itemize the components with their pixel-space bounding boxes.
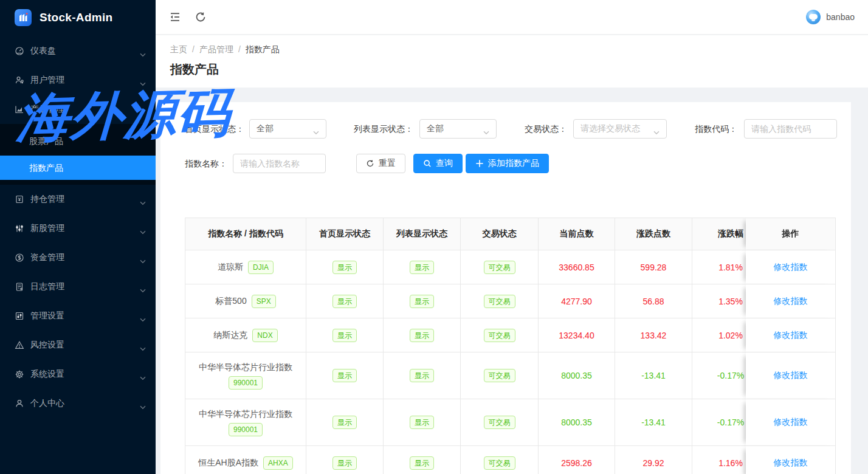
reload-icon[interactable] [195, 11, 207, 23]
column-header: 涨跌点数 [615, 218, 692, 250]
change-points: -13.41 [615, 352, 692, 399]
sidebar-item-position-management[interactable]: 持仓管理 [0, 185, 156, 214]
home-display-label: 首页显示状态： [185, 119, 244, 139]
sidebar-item-ipo-management[interactable]: 新股管理 [0, 214, 156, 243]
breadcrumb-product-management[interactable]: 产品管理 [199, 44, 233, 54]
sidebar-item-label: 资金管理 [30, 252, 140, 263]
home-display-tag-cell: 显示 [306, 352, 384, 399]
search-icon [423, 159, 432, 168]
index-code-tag: DJIA [248, 261, 274, 274]
trade-status-tag-cell: 可交易 [461, 250, 539, 284]
control-icon [15, 311, 24, 321]
trade-status-select[interactable]: 请选择交易状态 [573, 119, 667, 139]
sidebar-item-funds-management[interactable]: 资金管理 [0, 243, 156, 272]
breadcrumb-home[interactable]: 主页 [170, 44, 187, 54]
home-display-tag: 显示 [332, 369, 357, 382]
sidebar-item-label: 日志管理 [30, 281, 140, 292]
sidebar-subitem-stock-products[interactable]: 股票产品 [0, 129, 156, 153]
index-name-cell: 中华半导体芯片行业指数990001 [185, 352, 306, 399]
list-display-tag: 显示 [410, 329, 434, 342]
trade-status-tag-cell: 可交易 [461, 284, 539, 318]
current-points: 8000.35 [539, 399, 615, 446]
menu-fold-icon[interactable] [169, 11, 181, 23]
table-header-row: 指数名称 / 指数代码首页显示状态列表显示状态交易状态当前点数涨跌点数涨跌幅操作 [185, 218, 836, 250]
sidebar-item-product-management[interactable]: 产品管理 [0, 95, 156, 124]
sidebar-item-dashboard[interactable]: 仪表盘 [0, 36, 156, 66]
current-points: 33660.85 [539, 250, 615, 284]
action-cell: 修改指数 [746, 352, 836, 399]
trade-status-tag: 可交易 [484, 416, 515, 429]
table-body: 道琼斯DJIA显示显示可交易33660.85599.281.81%修改指数标普5… [185, 250, 836, 474]
action-cell: 修改指数 [746, 284, 836, 318]
index-name-cell: 道琼斯DJIA [185, 250, 306, 284]
user-menu[interactable]: banbao [806, 10, 855, 24]
content-card: 首页显示状态： 全部 列表显示状态： 全部 交易状态： 请选择交易状态 指数代码… [160, 102, 851, 474]
edit-index-link[interactable]: 修改指数 [774, 296, 808, 306]
action-cell: 修改指数 [746, 446, 836, 474]
index-name-label: 指数名称： [185, 154, 227, 173]
index-name: 纳斯达克 [213, 330, 247, 341]
action-cell: 修改指数 [746, 250, 836, 284]
index-name: 道琼斯 [218, 262, 243, 273]
index-name-cell: 中华半导体芯片行业指数990001 [185, 399, 306, 446]
chevron-down-icon [140, 197, 146, 202]
trade-status-tag: 可交易 [484, 456, 515, 470]
trade-status-tag-cell: 可交易 [461, 318, 539, 352]
index-name-cell: 纳斯达克NDX [185, 318, 306, 352]
dashboard-icon [15, 46, 24, 56]
trade-status-tag-cell: 可交易 [461, 446, 539, 474]
index-name-field[interactable] [233, 154, 326, 173]
change-points: 56.88 [615, 284, 692, 318]
position-icon [15, 194, 24, 204]
edit-index-link[interactable]: 修改指数 [774, 262, 808, 272]
sliders-icon [15, 224, 24, 233]
home-display-tag-cell: 显示 [306, 446, 384, 474]
chevron-down-icon [653, 127, 660, 131]
reset-button[interactable]: 重置 [356, 154, 405, 173]
chevron-down-icon [140, 314, 146, 318]
sidebar-item-admin-settings[interactable]: 管理设置 [0, 301, 156, 331]
sidebar-item-user-management[interactable]: 用户管理 [0, 66, 156, 95]
change-points: 133.42 [615, 318, 692, 352]
home-display-tag: 显示 [332, 295, 357, 308]
edit-index-link[interactable]: 修改指数 [774, 458, 808, 467]
list-display-select[interactable]: 全部 [419, 119, 497, 139]
sidebar-item-label: 系统设置 [30, 369, 140, 380]
sidebar-item-log-management[interactable]: 日志管理 [0, 272, 156, 301]
change-points: -13.41 [615, 399, 692, 446]
app-logo[interactable]: Stock-Admin [0, 0, 156, 35]
edit-index-link[interactable]: 修改指数 [774, 417, 808, 427]
sidebar-item-personal-center[interactable]: 个人中心 [0, 389, 156, 418]
reload-icon [366, 159, 374, 168]
sidebar-item-risk-settings[interactable]: 风控设置 [0, 331, 156, 360]
trade-status-tag: 可交易 [484, 295, 515, 308]
sidebar-item-label: 持仓管理 [30, 194, 140, 205]
column-header: 列表显示状态 [384, 218, 461, 250]
chevron-down-icon [140, 78, 146, 83]
list-display-tag: 显示 [410, 416, 434, 429]
index-code-tag: 990001 [229, 376, 263, 390]
chevron-down-icon [140, 227, 146, 231]
list-display-tag-cell: 显示 [384, 352, 461, 399]
topbar: banbao [156, 0, 868, 35]
action-cell: 修改指数 [746, 318, 836, 352]
trade-status-tag-cell: 可交易 [461, 399, 539, 446]
sidebar-subitem-index-products[interactable]: 指数产品 [0, 156, 156, 180]
trade-status-label: 交易状态： [525, 119, 567, 139]
sidebar-item-system-settings[interactable]: 系统设置 [0, 360, 156, 389]
sidebar-item-label: 新股管理 [30, 223, 140, 234]
home-display-tag: 显示 [332, 329, 357, 342]
index-code-tag: AHXA [263, 456, 293, 470]
chevron-down-icon [483, 127, 489, 131]
current-points: 4277.90 [539, 284, 615, 318]
sidebar-item-label: 个人中心 [30, 398, 140, 409]
edit-index-link[interactable]: 修改指数 [774, 370, 808, 380]
index-code-tag: NDX [252, 329, 277, 342]
search-button[interactable]: 查询 [413, 154, 463, 173]
edit-index-link[interactable]: 修改指数 [774, 330, 808, 340]
current-points: 2598.26 [539, 446, 615, 474]
home-display-tag: 显示 [332, 456, 357, 470]
add-index-product-button[interactable]: 添加指数产品 [466, 154, 549, 173]
home-display-select[interactable]: 全部 [249, 119, 326, 139]
index-code-field[interactable] [744, 119, 837, 139]
